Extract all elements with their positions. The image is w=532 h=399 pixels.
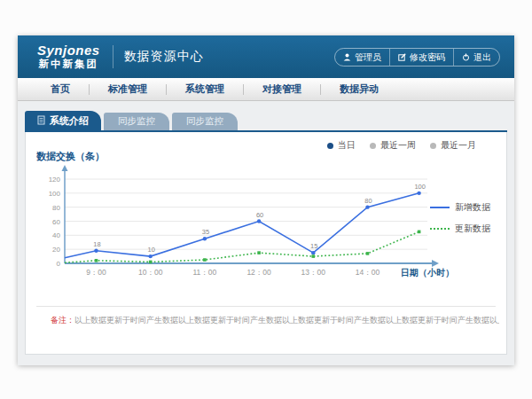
svg-text:40: 40 <box>52 231 60 239</box>
footer-note-label: 备注： <box>51 316 74 325</box>
filter-today[interactable]: 当日 <box>327 139 356 152</box>
change-password-button[interactable]: 修改密码 <box>389 49 453 66</box>
nav-item-system-management[interactable]: 系统管理 <box>167 82 243 96</box>
radio-dot-icon <box>370 143 376 149</box>
svg-text:100: 100 <box>49 190 61 198</box>
app-title: 数据资源中心 <box>124 49 204 65</box>
tab-system-intro[interactable]: 系统介绍 <box>25 111 101 130</box>
svg-text:12：00: 12：00 <box>246 268 271 277</box>
nav-item-standard-management[interactable]: 标准管理 <box>90 82 166 96</box>
logo-brand: Synjones <box>37 43 100 59</box>
svg-text:日期（小时）: 日期（小时） <box>401 268 454 278</box>
legend-new-data: 新增数据 <box>430 201 499 214</box>
user-icon <box>343 53 351 61</box>
user-menu: 管理员 修改密码 退出 <box>334 48 500 66</box>
company-logo: Synjones 新中新集团 <box>37 43 100 70</box>
tab-system-intro-label: 系统介绍 <box>50 114 89 128</box>
solid-line-icon <box>430 207 450 208</box>
svg-text:9：00: 9：00 <box>86 268 106 277</box>
radio-dot-icon <box>327 143 333 149</box>
chart-legend: 新增数据 更新数据 <box>430 201 499 244</box>
chart-panel: 当日 最近一周 最近一月 数据交换（条） 0204060801001209：00… <box>25 132 507 355</box>
legend-new-data-label: 新增数据 <box>455 201 490 214</box>
dotted-line-icon <box>430 228 450 230</box>
app-window: Synjones 新中新集团 数据资源中心 管理员 修改密码 <box>18 35 514 365</box>
panel-divider <box>36 306 496 307</box>
admin-user-button[interactable]: 管理员 <box>335 49 389 66</box>
chart-y-axis-title: 数据交换（条） <box>36 150 105 163</box>
app-header: Synjones 新中新集团 数据资源中心 管理员 修改密码 <box>18 35 514 78</box>
tab-sync-monitor-2-label: 同步监控 <box>186 115 223 128</box>
filter-last-week[interactable]: 最近一周 <box>370 139 416 152</box>
legend-update-data: 更新数据 <box>430 223 499 235</box>
svg-text:15: 15 <box>310 242 317 250</box>
svg-text:20: 20 <box>52 246 60 254</box>
admin-user-label: 管理员 <box>355 51 381 64</box>
svg-text:11：00: 11：00 <box>193 268 217 277</box>
tab-sync-monitor-2[interactable]: 同步监控 <box>172 113 238 130</box>
svg-text:60: 60 <box>52 218 60 226</box>
logout-button[interactable]: 退出 <box>453 49 499 66</box>
filter-today-label: 当日 <box>338 139 356 152</box>
svg-text:120: 120 <box>49 176 61 184</box>
svg-text:60: 60 <box>256 211 263 219</box>
main-nav: 首页 标准管理 系统管理 对接管理 数据异动 <box>18 78 514 101</box>
filter-last-month-label: 最近一月 <box>441 139 476 152</box>
footer-note-text: 以上数据更新于时间产生数据以上数据更新于时间产生数据以上数据更新于时间产生数据以… <box>74 316 499 325</box>
svg-text:80: 80 <box>364 197 372 205</box>
filter-last-week-label: 最近一周 <box>380 139 416 152</box>
logo-company: 新中新集团 <box>37 59 100 70</box>
nav-item-home[interactable]: 首页 <box>32 82 89 96</box>
radio-dot-icon <box>430 143 436 149</box>
svg-text:35: 35 <box>202 228 209 236</box>
header-divider <box>113 45 113 68</box>
logout-icon <box>462 53 470 61</box>
filter-last-month[interactable]: 最近一月 <box>430 139 476 152</box>
svg-text:18: 18 <box>93 240 100 248</box>
svg-text:13：00: 13：00 <box>301 268 326 277</box>
svg-text:14：00: 14：00 <box>356 268 380 277</box>
tab-sync-monitor-1-label: 同步监控 <box>118 115 155 128</box>
edit-icon <box>398 53 406 61</box>
footer-note: 备注：以上数据更新于时间产生数据以上数据更新于时间产生数据以上数据更新于时间产生… <box>51 315 499 326</box>
document-icon <box>37 115 45 127</box>
nav-item-interface-management[interactable]: 对接管理 <box>244 82 320 96</box>
svg-text:80: 80 <box>52 204 60 212</box>
page: Synjones 新中新集团 数据资源中心 管理员 修改密码 <box>0 0 532 399</box>
nav-item-data-change[interactable]: 数据异动 <box>321 82 397 96</box>
tab-sync-monitor-1[interactable]: 同步监控 <box>104 113 169 130</box>
exchange-line-chart: 0204060801001209：0010：0011：0012：0013：001… <box>38 164 455 288</box>
change-password-label: 修改密码 <box>410 51 445 64</box>
svg-text:10：00: 10：00 <box>138 268 163 277</box>
svg-text:0: 0 <box>57 260 61 268</box>
svg-text:10: 10 <box>148 246 155 254</box>
svg-text:100: 100 <box>414 183 426 191</box>
content-tabs: 系统介绍 同步监控 同步监控 <box>25 111 238 130</box>
legend-update-data-label: 更新数据 <box>455 223 490 235</box>
time-filter-group: 当日 最近一周 最近一月 <box>327 139 476 152</box>
logout-label: 退出 <box>473 51 491 64</box>
